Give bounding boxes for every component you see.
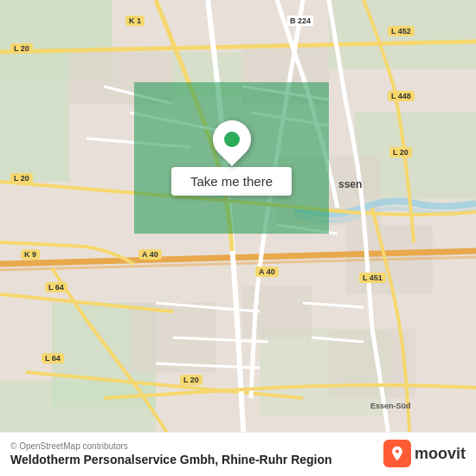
location-highlight: Take me there: [134, 82, 329, 234]
bottom-bar: © OpenStreetMap contributors Weldotherm …: [0, 432, 476, 476]
road-label-k9: K 9: [21, 249, 40, 260]
svg-line-29: [303, 303, 363, 307]
location-region: Region: [291, 453, 331, 466]
road-label-l448: L 448: [388, 91, 415, 101]
road-label-a40-l: A 40: [138, 249, 162, 260]
road-label-essen-sud: Essen-Süd: [368, 401, 414, 411]
take-me-there-button[interactable]: Take me there: [171, 167, 292, 196]
road-label-k1: K 1: [125, 16, 145, 26]
pin-dot: [224, 132, 240, 147]
moovit-svg-icon: [389, 445, 406, 462]
pin-shape: [204, 113, 258, 166]
bottom-left: © OpenStreetMap contributors Weldotherm …: [10, 441, 332, 466]
location-name: Weldotherm Personalservice Gmbh, Rhine-R…: [10, 453, 332, 466]
road-label-l64-bl: L 64: [42, 353, 64, 363]
moovit-logo: moovit: [383, 440, 466, 467]
moovit-icon: [383, 440, 411, 467]
road-label-l451: L 451: [359, 273, 386, 283]
location-pin: [213, 120, 251, 158]
moovit-text: moovit: [415, 445, 466, 463]
svg-rect-1: [0, 78, 69, 182]
road-label-l20-tl: L 20: [10, 43, 33, 54]
road-label-l20-tr: L 20: [389, 147, 412, 158]
road-label-l452: L 452: [388, 26, 415, 36]
road-label-essen: ssen: [336, 177, 364, 191]
road-label-l20-ml: L 20: [10, 173, 33, 183]
attribution-text: © OpenStreetMap contributors: [10, 441, 332, 451]
location-name-text: Weldotherm Personalservice Gmbh, Rhine-R…: [10, 453, 287, 466]
road-label-a40-c: A 40: [255, 267, 279, 277]
road-label-l64-l: L 64: [45, 282, 68, 293]
road-label-b224: B 224: [287, 16, 313, 26]
road-label-l20-b: L 20: [180, 375, 203, 385]
map-container: K 1 L 20 L 452 B 224 L 448 L 20 L 20 sse…: [0, 0, 476, 476]
